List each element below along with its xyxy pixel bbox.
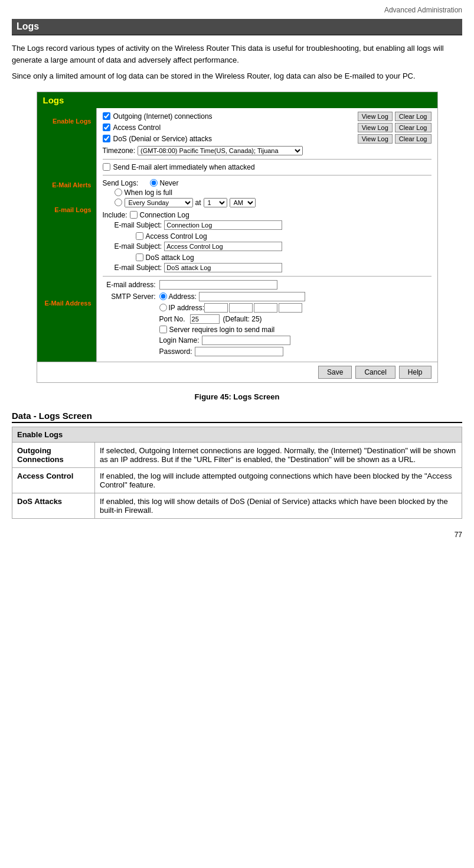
port-default: (Default: 25) — [223, 315, 262, 323]
when-full-radio[interactable] — [115, 188, 122, 196]
login-name-label: Login Name: — [159, 336, 200, 344]
email-addr-label: E-mail address: — [103, 281, 156, 289]
ip-input-4[interactable] — [279, 303, 302, 313]
table-cell-desc: If enabled, the log will include attempt… — [95, 467, 462, 493]
password-row: Password: — [103, 347, 431, 356]
ampm-select[interactable]: AMPM — [230, 198, 256, 207]
never-radio[interactable] — [150, 179, 158, 187]
table-cell-name: Outgoing Connections — [12, 442, 95, 467]
email-alert-checkbox[interactable] — [103, 163, 110, 171]
help-button[interactable]: Help — [399, 366, 431, 379]
at-label: at — [195, 199, 201, 207]
figure-caption: Figure 45: Logs Screen — [12, 392, 462, 401]
page-header: Advanced Administration — [12, 6, 462, 14]
ip-input-1[interactable] — [204, 303, 228, 313]
access-control-log-checkbox[interactable] — [136, 232, 143, 240]
data-table-title: Data - Logs Screen — [12, 411, 462, 423]
table-row: Access Control If enabled, the log will … — [12, 467, 462, 493]
dos-checkbox[interactable] — [103, 135, 110, 142]
ip-input-3[interactable] — [254, 303, 277, 313]
table-row: DoS Attacks If enabled, this log will sh… — [12, 493, 462, 518]
email-alert-row: Send E-mail alert immediately when attac… — [103, 163, 431, 171]
when-full-row: When log is full — [115, 188, 431, 197]
smtp-label: SMTP Server: — [103, 292, 156, 301]
view-log-btn-1[interactable]: View Log — [358, 112, 393, 121]
connection-subject-input[interactable] — [164, 220, 282, 230]
enable-logs-row-1: Outgoing (Internet) connections View Log… — [103, 112, 431, 121]
save-button[interactable]: Save — [318, 366, 352, 379]
server-login-label: Server requires login to send mail — [169, 326, 275, 334]
login-name-input[interactable] — [202, 336, 290, 345]
sidebar-section-email-address: E-Mail Address — [40, 300, 94, 307]
clear-log-btn-1[interactable]: Clear Log — [395, 112, 431, 121]
timezone-select[interactable]: (GMT-08:00) Pacific Time(US, Canada); Ti… — [138, 146, 303, 155]
clear-log-btn-3[interactable]: Clear Log — [395, 134, 431, 144]
address-radio-label: Address: — [169, 292, 197, 301]
server-login-checkbox[interactable] — [159, 326, 167, 333]
view-log-btn-3[interactable]: View Log — [358, 134, 393, 144]
never-label: Never — [160, 179, 179, 187]
password-label: Password: — [159, 347, 192, 356]
access-subject-input[interactable] — [164, 242, 282, 251]
table-cell-desc: If selected, Outgoing Internet connectio… — [95, 442, 462, 467]
ip-radio-label: IP address: — [169, 304, 204, 312]
send-logs-row: Send Logs: Never — [103, 179, 431, 187]
view-log-btn-2[interactable]: View Log — [358, 123, 393, 132]
include-section: Include: Connection Log E-mail Subject: … — [103, 211, 431, 272]
divider-3 — [103, 276, 431, 277]
connection-log-label: Connection Log — [140, 211, 189, 219]
table-cell-name: DoS Attacks — [12, 493, 95, 518]
table-cell-desc: If enabled, this log will show details o… — [95, 493, 462, 518]
panel-content: Outgoing (Internet) connections View Log… — [96, 108, 437, 362]
access-control-label: Access Control — [113, 123, 355, 132]
email-addr-input[interactable] — [159, 280, 277, 290]
access-control-log-label: Access Control Log — [146, 232, 207, 240]
sidebar-section-enable-logs: Enable Logs — [40, 118, 94, 125]
divider-1 — [103, 159, 431, 160]
ip-radio[interactable] — [159, 304, 167, 311]
data-table: Enable Logs Outgoing Connections If sele… — [12, 427, 462, 519]
server-login-row: Server requires login to send mail — [103, 326, 431, 334]
dos-subject-row: E-mail Subject: — [115, 263, 431, 272]
panel-body: Enable Logs E-Mail Alerts E-mail Logs E-… — [37, 108, 437, 362]
connection-subject-row: E-mail Subject: — [115, 220, 431, 230]
smtp-row: SMTP Server: Address: — [103, 292, 431, 301]
ip-input-2[interactable] — [229, 303, 253, 313]
address-radio[interactable] — [159, 292, 167, 300]
hour-select[interactable]: 1234 5678 9101112 — [204, 198, 227, 207]
table-cell-name: Access Control — [12, 467, 95, 493]
when-full-label: When log is full — [125, 188, 172, 197]
table-header-enable-logs: Enable Logs — [12, 427, 462, 442]
dos-subject-label: E-mail Subject: — [115, 264, 162, 272]
access-control-checkbox[interactable] — [103, 123, 110, 131]
panel-footer: Save Cancel Help — [37, 362, 437, 382]
access-log-row: Access Control Log — [103, 232, 431, 240]
dos-log-checkbox[interactable] — [136, 253, 143, 261]
outgoing-checkbox[interactable] — [103, 112, 110, 120]
intro-paragraph-1: The Logs record various types of activit… — [12, 43, 462, 66]
sidebar-section-email-alerts: E-Mail Alerts — [40, 181, 94, 188]
sidebar-label-enable-logs: Enable Logs — [40, 118, 94, 125]
cancel-button[interactable]: Cancel — [355, 366, 395, 379]
intro-paragraph-2: Since only a limited amount of log data … — [12, 70, 462, 82]
port-input[interactable] — [190, 314, 220, 324]
clear-log-btn-2[interactable]: Clear Log — [395, 123, 431, 132]
port-row: Port No. (Default: 25) — [103, 314, 431, 324]
page-number: 77 — [12, 531, 462, 539]
panel-title: Logs — [37, 92, 437, 108]
port-label: Port No. — [159, 315, 185, 323]
smtp-address-input[interactable] — [199, 292, 305, 301]
access-subject-row: E-mail Subject: — [115, 242, 431, 251]
schedule-radio[interactable] — [115, 199, 122, 206]
panel-sidebar: Enable Logs E-Mail Alerts E-mail Logs E-… — [37, 108, 96, 362]
access-subject-label: E-mail Subject: — [115, 242, 162, 251]
connection-log-checkbox[interactable] — [130, 211, 138, 219]
divider-2 — [103, 175, 431, 175]
connection-subject-label: E-mail Subject: — [115, 221, 162, 229]
dos-log-row: DoS attack Log — [103, 253, 431, 262]
dos-subject-input[interactable] — [164, 263, 282, 272]
send-logs-label: Send Logs: — [103, 179, 150, 187]
day-select[interactable]: Every Sunday Every Monday Every Tuesday … — [125, 198, 193, 207]
include-row: Include: Connection Log — [103, 211, 431, 219]
password-input[interactable] — [195, 347, 283, 356]
